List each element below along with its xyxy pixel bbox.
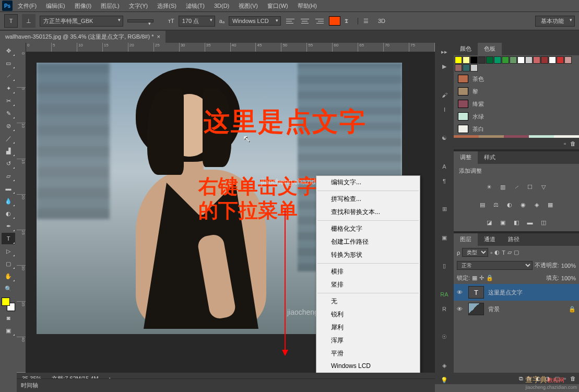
menu-select[interactable]: 选择(S): [153, 1, 181, 11]
device-preview-icon[interactable]: ▯: [439, 262, 450, 270]
ctx-find-replace[interactable]: 查找和替换文本...: [316, 206, 420, 219]
swatch[interactable]: [533, 56, 540, 64]
ctx-edit-text[interactable]: 编辑文字...: [316, 176, 420, 189]
swatch-row[interactable]: 茶色: [454, 73, 579, 85]
styles-tab[interactable]: 样式: [478, 151, 502, 164]
swatch[interactable]: [541, 56, 548, 64]
swatch[interactable]: [557, 56, 564, 64]
layer-name[interactable]: 背景: [488, 305, 500, 313]
ctx-create-workpath[interactable]: 创建工作路径: [316, 235, 420, 248]
info-panel-icon[interactable]: ☉: [439, 333, 450, 341]
layer-row-background[interactable]: 👁 背景 🔒: [454, 301, 579, 317]
balance-icon[interactable]: ⚖: [491, 200, 501, 209]
posterize-icon[interactable]: ▣: [498, 218, 507, 227]
history-brush-tool[interactable]: ↺: [2, 158, 15, 169]
menu-help[interactable]: 帮助(H): [293, 1, 321, 11]
ctx-aa-smooth[interactable]: 平滑: [316, 347, 420, 360]
foreground-color[interactable]: [2, 298, 10, 306]
gradient-tool[interactable]: ▬: [2, 183, 15, 194]
brush-panel-icon[interactable]: 🖌: [439, 91, 450, 99]
menu-3d[interactable]: 3D(D): [210, 1, 233, 10]
link-layers-icon[interactable]: ⧉: [519, 375, 523, 382]
paths-tab[interactable]: 路径: [502, 233, 526, 246]
layers-tab[interactable]: 图层: [454, 233, 478, 246]
align-right-button[interactable]: [314, 17, 325, 25]
warp-text-button[interactable]: 𝕿: [345, 18, 348, 25]
character-panel-button[interactable]: ☰: [358, 18, 369, 25]
ctx-aa-windows[interactable]: Windows: [316, 372, 420, 373]
ctx-spellcheck[interactable]: 拼写检查...: [316, 193, 420, 206]
opacity-value[interactable]: 100%: [561, 263, 576, 269]
swatch[interactable]: [502, 56, 509, 64]
filter-adjust-icon[interactable]: ◐: [494, 249, 500, 256]
crop-tool[interactable]: ✂: [2, 95, 15, 106]
swatch[interactable]: [510, 56, 517, 64]
curves-icon[interactable]: ⟋: [512, 182, 521, 192]
swatch[interactable]: [549, 56, 556, 64]
photo-filter-icon[interactable]: ◉: [518, 200, 528, 209]
paragraph-panel-icon[interactable]: ¶: [439, 177, 450, 185]
dodge-tool[interactable]: ◐: [2, 208, 15, 219]
brightness-icon[interactable]: ☀: [485, 182, 494, 192]
canvas-point-text[interactable]: 这里是点文字: [204, 104, 367, 139]
ctx-aa-none[interactable]: 无: [316, 295, 420, 308]
antialiasing-select[interactable]: Windows LCD: [229, 16, 281, 26]
path-select-tool[interactable]: ▷: [2, 245, 15, 257]
color-tab[interactable]: 颜色: [454, 43, 478, 55]
swatch[interactable]: [486, 56, 493, 64]
eyedropper-tool[interactable]: ✎: [2, 108, 15, 119]
healing-tool[interactable]: ⊘: [2, 120, 15, 132]
hue-icon[interactable]: ▤: [478, 200, 487, 209]
swatch-row[interactable]: 茶白: [454, 123, 579, 135]
move-tool[interactable]: ✥: [2, 45, 15, 56]
swatch[interactable]: [564, 56, 572, 64]
blend-mode-select[interactable]: 正常: [457, 261, 533, 270]
ctx-aa-sharp[interactable]: 锐利: [316, 308, 420, 321]
ctx-vertical[interactable]: 竖排: [316, 278, 420, 291]
3d-button[interactable]: 3D: [378, 18, 385, 24]
lock-pixels-icon[interactable]: ▦: [472, 275, 477, 281]
ctx-aa-crisp[interactable]: 犀利: [316, 321, 420, 334]
swatch[interactable]: [494, 56, 501, 64]
hand-tool[interactable]: ✋: [2, 270, 15, 282]
delete-swatch-icon[interactable]: 🗑: [570, 140, 576, 147]
swatches-tab[interactable]: 色板: [478, 43, 502, 55]
exposure-icon[interactable]: ☐: [525, 182, 535, 192]
levels-icon[interactable]: ▥: [498, 182, 507, 192]
menu-type[interactable]: 文字(Y): [125, 1, 152, 11]
filter-type-icon[interactable]: T: [502, 250, 505, 256]
ctx-rasterize[interactable]: 栅格化文字: [316, 222, 420, 235]
menu-view[interactable]: 视图(V): [234, 1, 262, 11]
zoom-tool[interactable]: 🔍: [2, 283, 15, 294]
screenmode-button[interactable]: ▣: [2, 325, 15, 336]
swatch-row[interactable]: 水绿: [454, 110, 579, 123]
lock-all-icon[interactable]: 🔒: [486, 275, 493, 281]
document-tab[interactable]: wallhaven-350125.jpg @ 35.4% (这里是点文字, RG…: [0, 31, 166, 43]
close-tab-icon[interactable]: ×: [157, 33, 160, 40]
font-style-select[interactable]: [127, 19, 153, 22]
lookup-icon[interactable]: ▦: [546, 200, 555, 209]
brush-tool[interactable]: ／: [2, 133, 15, 144]
ctx-convert-shape[interactable]: 转换为形状: [316, 248, 420, 262]
gradient-map-icon[interactable]: ▬: [525, 218, 535, 227]
blur-tool[interactable]: 💧: [2, 195, 15, 207]
properties-panel-icon[interactable]: R: [439, 305, 450, 313]
swatch[interactable]: [463, 56, 470, 64]
filter-image-icon[interactable]: ▫: [490, 250, 492, 256]
swatch[interactable]: [517, 56, 525, 64]
color-picker[interactable]: [2, 298, 15, 311]
swatch[interactable]: [525, 56, 533, 64]
magic-wand-tool[interactable]: ✦: [2, 82, 15, 94]
character-panel-icon[interactable]: A: [439, 162, 450, 171]
ctx-aa-strong[interactable]: 浑厚: [316, 334, 420, 347]
menu-layer[interactable]: 图层(L): [97, 1, 123, 11]
menu-window[interactable]: 窗口(W): [263, 1, 292, 11]
history-panel-icon[interactable]: ▸▸: [439, 48, 450, 56]
vibrance-icon[interactable]: ▽: [539, 182, 548, 192]
lasso-tool[interactable]: ⟋: [2, 70, 15, 81]
swatch[interactable]: [470, 56, 478, 64]
layer-visibility-icon[interactable]: 👁: [457, 306, 464, 312]
adjustments-tab[interactable]: 调整: [454, 151, 478, 164]
layer-name[interactable]: 这里是点文字: [488, 289, 523, 296]
filter-shape-icon[interactable]: ▱: [507, 249, 512, 256]
